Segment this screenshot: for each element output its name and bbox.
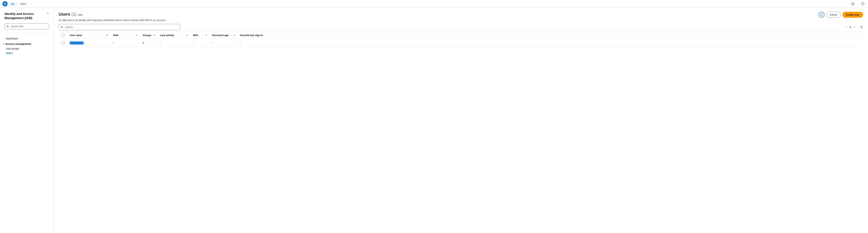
top-header: IAM Users — [0, 0, 868, 8]
table-header-row: User name Path Groups Last activity — [59, 32, 863, 39]
cell-last-activity: - — [158, 41, 191, 44]
header-actions — [851, 2, 865, 6]
page-title: Users (1) — [59, 12, 76, 17]
svg-point-9 — [61, 26, 62, 28]
svg-marker-15 — [187, 35, 188, 36]
column-label: User name — [70, 34, 82, 37]
cell-username: ████████ — [67, 41, 111, 44]
breadcrumb-current: Users — [20, 2, 26, 5]
content: Users (1) Info Delete Create user An IAM… — [54, 8, 868, 233]
breadcrumb: IAM Users — [10, 2, 26, 5]
nav-section-access-management[interactable]: Access management — [2, 41, 49, 46]
column-label: MFA — [193, 34, 198, 37]
refresh-icon — [820, 13, 823, 16]
column-header-console-signin[interactable]: Console last sign-in — [238, 34, 863, 37]
sidebar-search — [4, 24, 49, 29]
page-title-text: Users — [59, 12, 70, 17]
shield-icon — [861, 2, 865, 5]
row-checkbox-cell — [59, 41, 67, 44]
caret-down-icon — [2, 43, 4, 45]
sidebar-header: Identity and Access Management (IAM) — [4, 12, 49, 20]
svg-marker-17 — [234, 35, 235, 36]
svg-marker-14 — [154, 35, 155, 36]
select-all-checkbox[interactable] — [62, 34, 64, 37]
column-header-password-age[interactable]: Password age — [210, 34, 238, 37]
search-icon — [60, 26, 63, 28]
svg-marker-16 — [206, 35, 207, 36]
svg-marker-8 — [3, 43, 4, 44]
column-label: Console last sign-in — [240, 34, 263, 37]
column-header-last-activity[interactable]: Last activity — [158, 34, 191, 37]
pagination-prev-button[interactable] — [845, 26, 847, 28]
pagination: 1 — [845, 26, 856, 28]
nav-section-label: Access management — [5, 42, 31, 45]
info-icon — [851, 2, 855, 5]
column-header-username[interactable]: User name — [67, 34, 111, 37]
cell-console-signin: - — [238, 41, 863, 44]
svg-marker-13 — [136, 35, 137, 36]
row-checkbox[interactable] — [62, 41, 64, 44]
sidebar-search-input[interactable] — [4, 24, 49, 29]
info-link[interactable]: Info — [78, 13, 83, 16]
page-subtitle: An IAM user is an identity with long-ter… — [59, 19, 863, 22]
create-user-button[interactable]: Create user — [842, 12, 863, 18]
sort-icon — [153, 34, 155, 36]
cell-path: / — [111, 41, 140, 44]
sidebar-title: Identity and Access Management (IAM) — [4, 12, 47, 20]
search-icon — [6, 25, 9, 28]
cell-password-age: - — [210, 41, 238, 44]
table-row: ████████ / 0 - - - - — [59, 39, 863, 47]
sort-asc-icon — [106, 34, 108, 36]
sort-icon — [136, 34, 138, 36]
refresh-button[interactable] — [818, 12, 825, 18]
divider — [4, 33, 49, 33]
hamburger-icon — [3, 2, 7, 5]
column-label: Groups — [143, 34, 151, 37]
pagination-page-number: 1 — [850, 26, 851, 28]
svg-line-10 — [62, 27, 63, 28]
table-toolbar: 1 — [59, 24, 863, 30]
table-toolbar-right: 1 — [845, 25, 863, 29]
users-table: User name Path Groups Last activity — [59, 32, 863, 47]
chevron-right-icon — [854, 26, 856, 28]
table-search — [59, 24, 180, 30]
gear-icon — [860, 26, 863, 29]
chevron-left-icon — [845, 26, 847, 28]
column-header-groups[interactable]: Groups — [140, 34, 158, 37]
table-search-input[interactable] — [59, 24, 180, 30]
breadcrumb-root-link[interactable]: IAM — [10, 2, 15, 5]
hamburger-menu-button[interactable] — [2, 1, 8, 6]
delete-button[interactable]: Delete — [826, 12, 841, 18]
sort-icon — [186, 34, 188, 36]
sidebar-collapse-button[interactable] — [47, 12, 49, 14]
sort-icon — [205, 34, 207, 36]
user-link[interactable]: ████████ — [70, 41, 84, 44]
cell-groups: 0 — [140, 41, 158, 44]
nav-user-groups[interactable]: User groups — [4, 46, 49, 51]
info-icon-button[interactable] — [851, 2, 855, 5]
page-title-count: (1) — [71, 12, 76, 17]
shield-icon-button[interactable] — [861, 2, 865, 5]
pagination-next-button[interactable] — [854, 26, 856, 28]
actions: Delete Create user — [818, 12, 863, 18]
column-header-path[interactable]: Path — [111, 34, 140, 37]
svg-point-11 — [861, 27, 862, 28]
svg-line-7 — [8, 27, 8, 27]
svg-point-5 — [853, 3, 853, 3]
column-label: Path — [113, 34, 118, 37]
column-label: Password age — [212, 34, 228, 37]
svg-point-6 — [7, 26, 8, 27]
column-header-mfa[interactable]: MFA — [191, 34, 210, 37]
sidebar: Identity and Access Management (IAM) Das… — [0, 8, 54, 233]
table-settings-button[interactable] — [860, 26, 863, 29]
svg-marker-12 — [107, 35, 108, 36]
cell-mfa: - — [191, 41, 210, 44]
main-layout: Identity and Access Management (IAM) Das… — [0, 8, 868, 233]
column-label: Last activity — [160, 34, 174, 37]
chevron-right-icon — [17, 3, 18, 5]
chevron-left-icon — [47, 12, 49, 14]
nav-users[interactable]: Users — [4, 51, 49, 55]
content-header: Users (1) Info Delete Create user — [59, 12, 863, 18]
nav-dashboard[interactable]: Dashboard — [4, 36, 49, 41]
sort-icon — [233, 34, 235, 36]
